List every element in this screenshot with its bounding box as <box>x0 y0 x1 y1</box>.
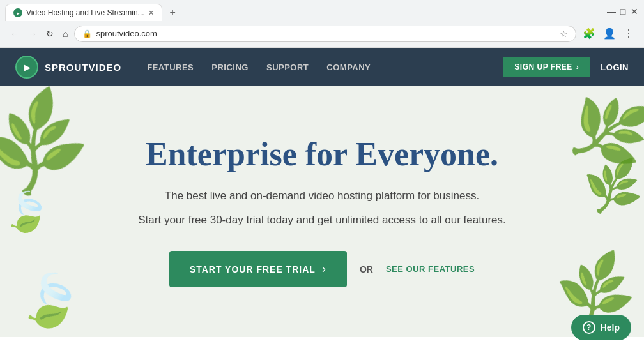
logo-text: SPROUTVIDEO <box>45 62 121 73</box>
address-bar: ← → ↻ ⌂ 🔒 sproutvideo.com ☆ 🧩 👤 ⋮ <box>0 21 644 47</box>
lock-icon: 🔒 <box>82 29 92 38</box>
free-trial-button[interactable]: START YOUR FREE TRIAL › <box>169 251 347 287</box>
profile-button[interactable]: 👤 <box>601 25 618 42</box>
menu-button[interactable]: ⋮ <box>621 25 636 42</box>
nav-pricing[interactable]: PRICING <box>211 57 249 77</box>
browser-actions: 🧩 👤 ⋮ <box>580 25 636 42</box>
login-button[interactable]: LOGIN <box>601 63 629 72</box>
close-button[interactable]: ✕ <box>630 7 639 16</box>
see-features-link[interactable]: SEE OUR FEATURES <box>386 264 475 274</box>
cta-or-text: OR <box>360 264 373 274</box>
nav-features[interactable]: FEATURES <box>147 57 194 77</box>
url-bar[interactable]: 🔒 sproutvideo.com ☆ <box>74 26 576 42</box>
tab-favicon <box>13 8 22 17</box>
signup-button[interactable]: SIGN UP FREE › <box>503 57 590 77</box>
signup-label: SIGN UP FREE <box>514 63 572 71</box>
reload-button[interactable]: ↻ <box>43 26 56 41</box>
nav-support[interactable]: SUPPORT <box>266 57 309 77</box>
new-tab-button[interactable]: + <box>165 4 181 21</box>
header-right: SIGN UP FREE › LOGIN <box>503 57 629 77</box>
site-nav: FEATURES PRICING SUPPORT COMPANY <box>147 57 371 77</box>
logo-icon <box>15 56 38 79</box>
nav-company[interactable]: COMPANY <box>326 57 371 77</box>
back-button[interactable]: ← <box>8 26 22 41</box>
hero-subtitle: The best live and on-demand video hostin… <box>138 188 505 204</box>
site-header: SPROUTVIDEO FEATURES PRICING SUPPORT COM… <box>0 48 644 86</box>
help-button[interactable]: ? Help <box>571 315 631 337</box>
help-label: Help <box>601 322 620 333</box>
cta-arrow-icon: › <box>322 262 326 276</box>
title-bar: Video Hosting and Live Streamin... ✕ + —… <box>0 0 644 21</box>
url-text: sproutvideo.com <box>96 29 556 38</box>
help-icon: ? <box>583 321 595 334</box>
signup-arrow: › <box>576 63 579 71</box>
tab-close-button[interactable]: ✕ <box>148 9 154 17</box>
maximize-button[interactable]: □ <box>618 7 627 16</box>
hero-cta: START YOUR FREE TRIAL › OR SEE OUR FEATU… <box>138 251 505 287</box>
tab-title: Video Hosting and Live Streamin... <box>26 8 144 17</box>
bookmark-icon[interactable]: ☆ <box>560 29 568 39</box>
minimize-button[interactable]: — <box>607 7 616 16</box>
browser-chrome: Video Hosting and Live Streamin... ✕ + —… <box>0 0 644 48</box>
forward-button[interactable]: → <box>26 26 40 41</box>
leaf-decoration-mid-right: 🌿 <box>581 156 644 217</box>
leaf-decoration-mid-left: 🍃 <box>1 187 53 236</box>
browser-tab[interactable]: Video Hosting and Live Streamin... ✕ <box>5 4 162 21</box>
hero-section: 🌿 🌿 🍃 🌿 🍃 🌿 Enterprise for Everyone. The… <box>0 86 644 337</box>
cta-primary-label: START YOUR FREE TRIAL <box>190 264 316 274</box>
home-button[interactable]: ⌂ <box>60 26 70 41</box>
hero-content: Enterprise for Everyone. The best live a… <box>138 136 505 287</box>
leaf-decoration-bottom-left: 🍃 <box>15 266 88 336</box>
extensions-button[interactable]: 🧩 <box>580 25 598 42</box>
hero-description: Start your free 30-day trial today and g… <box>138 212 505 229</box>
logo[interactable]: SPROUTVIDEO <box>15 56 121 79</box>
window-controls: — □ ✕ <box>607 7 639 19</box>
hero-title: Enterprise for Everyone. <box>138 136 505 172</box>
